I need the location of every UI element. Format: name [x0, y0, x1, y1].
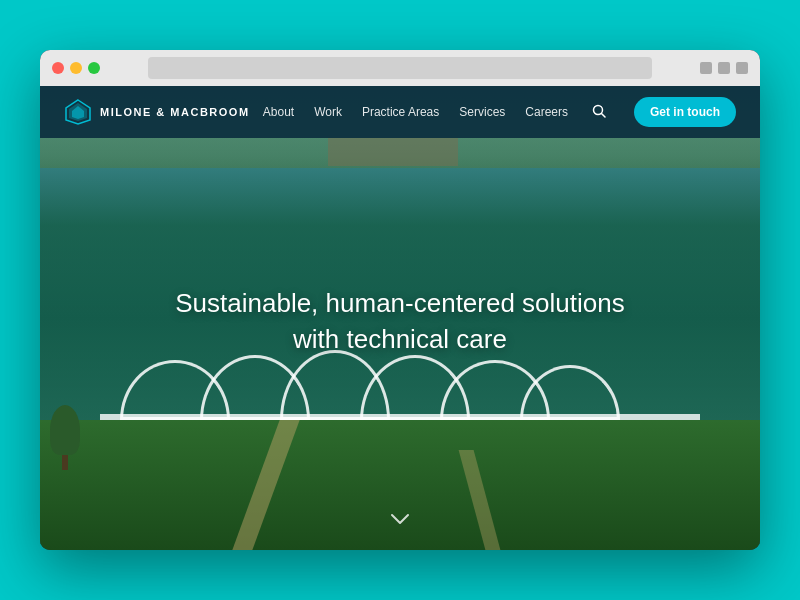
hero-headline: Sustainable, human-centered solutions wi…	[112, 285, 688, 358]
traffic-lights	[52, 62, 100, 74]
bridge-arch-6	[520, 365, 620, 420]
scroll-indicator[interactable]	[390, 507, 410, 530]
fullscreen-button[interactable]	[88, 62, 100, 74]
close-button[interactable]	[52, 62, 64, 74]
hero-headline-line2: with technical care	[293, 325, 507, 355]
nav-links: About Work Practice Areas Services Caree…	[263, 97, 736, 127]
logo-text: MILONE & MACBROOM	[100, 106, 250, 118]
chevron-down-icon	[390, 513, 410, 525]
navbar: MILONE & MACBROOM About Work Practice Ar…	[40, 86, 760, 138]
svg-line-4	[602, 113, 606, 117]
hero-headline-line1: Sustainable, human-centered solutions	[175, 288, 625, 318]
nav-item-careers[interactable]: Careers	[525, 105, 568, 119]
nav-item-services[interactable]: Services	[459, 105, 505, 119]
nav-item-work[interactable]: Work	[314, 105, 342, 119]
browser-control-2	[718, 62, 730, 74]
logo-area[interactable]: MILONE & MACBROOM	[64, 98, 250, 126]
browser-control-1	[700, 62, 712, 74]
browser-control-3	[736, 62, 748, 74]
road-strip	[328, 138, 458, 166]
browser-chrome	[40, 50, 760, 86]
nav-item-practice-areas[interactable]: Practice Areas	[362, 105, 439, 119]
browser-controls	[700, 62, 748, 74]
ground-path	[40, 420, 760, 550]
minimize-button[interactable]	[70, 62, 82, 74]
address-bar[interactable]	[148, 57, 652, 79]
tree-decoration	[50, 410, 80, 470]
search-icon[interactable]	[592, 104, 606, 121]
website-content: MILONE & MACBROOM About Work Practice Ar…	[40, 86, 760, 550]
browser-window: MILONE & MACBROOM About Work Practice Ar…	[40, 50, 760, 550]
bridge-deck	[100, 414, 700, 420]
nav-item-about[interactable]: About	[263, 105, 294, 119]
get-in-touch-button[interactable]: Get in touch	[634, 97, 736, 127]
logo-icon	[64, 98, 92, 126]
hero-text-container: Sustainable, human-centered solutions wi…	[112, 285, 688, 358]
